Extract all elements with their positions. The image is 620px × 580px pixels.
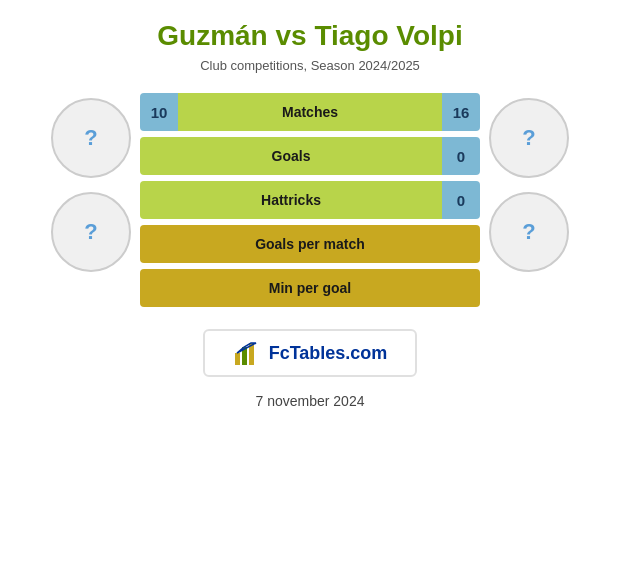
fctables-icon [233,339,261,367]
matches-left-value: 10 [140,93,178,131]
hattricks-right-value: 0 [442,181,480,219]
logo-area: FcTables.com [203,329,418,377]
page-wrapper: Guzmán vs Tiago Volpi Club competitions,… [0,0,620,580]
matches-right-value: 16 [442,93,480,131]
right-avatar-bottom: ? [489,192,569,272]
right-avatar-top: ? [489,98,569,178]
left-avatar-bottom: ? [51,192,131,272]
page-title: Guzmán vs Tiago Volpi [157,20,462,52]
left-avatar-top: ? [51,98,131,178]
stat-row-matches: 10 Matches 16 [140,93,480,131]
goals-per-match-label: Goals per match [255,236,365,252]
date-text: 7 november 2024 [256,393,365,409]
logo-text: FcTables.com [269,343,388,364]
subtitle: Club competitions, Season 2024/2025 [200,58,420,73]
stat-row-hattricks: Hattricks 0 [140,181,480,219]
stat-row-min-per-goal: Min per goal [140,269,480,307]
goals-right-value: 0 [442,137,480,175]
stat-row-goals: Goals 0 [140,137,480,175]
left-player-col: ? ? [46,93,136,272]
min-per-goal-label: Min per goal [269,280,351,296]
comparison-section: ? ? 10 Matches 16 Goals 0 Hattricks 0 [10,93,610,307]
goals-label: Goals [140,137,442,175]
svg-rect-0 [235,353,240,365]
stat-row-goals-per-match: Goals per match [140,225,480,263]
stats-column: 10 Matches 16 Goals 0 Hattricks 0 Goals … [140,93,480,307]
right-player-col: ? ? [484,93,574,272]
matches-label: Matches [178,93,442,131]
hattricks-label: Hattricks [140,181,442,219]
